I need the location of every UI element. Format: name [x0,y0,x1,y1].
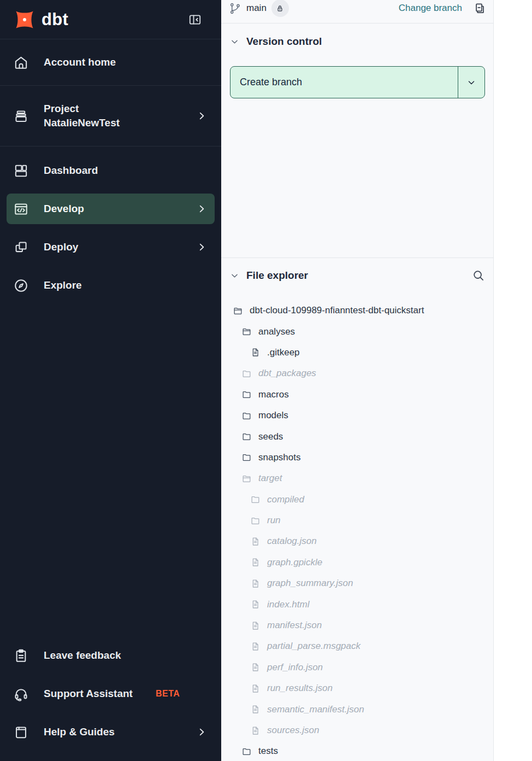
file-icon [250,683,261,694]
sidebar-item-project[interactable]: Project NatalieNewTest [0,86,221,146]
folder-icon [241,411,252,421]
git-branch-icon [229,2,241,15]
sidebar-item-label: Deploy [44,241,78,253]
tree-item-file[interactable]: semantic_manifest.json [230,699,485,719]
tree-item-folder[interactable]: dbt_packages [230,363,485,384]
tree-item-file[interactable]: index.html [230,594,485,614]
tree-item-file[interactable]: .gitkeep [230,342,485,363]
folder-icon [241,746,252,757]
copy-icon[interactable] [472,2,486,15]
tree-item-name: graph_summary.json [267,578,353,589]
sidebar-item-develop[interactable]: Develop [7,194,215,224]
tree-item-name: seeds [258,431,283,442]
dashboard-icon [13,163,29,179]
sidebar-item-label: Support Assistant [44,688,133,700]
chevron-down-icon [466,78,476,87]
tree-item-name: partial_parse.msgpack [267,641,360,652]
chevron-right-icon [196,727,207,737]
sidebar-item-label: Explore [44,279,82,291]
sidebar-footer-nav: Leave feedbackSupport AssistantBETAHelp … [0,636,221,761]
sidebar-item-help-guides[interactable]: Help & Guides [0,713,221,751]
code-window-icon [13,201,29,217]
tree-item-file[interactable]: partial_parse.msgpack [230,636,485,657]
tree-item-folder[interactable]: tests [230,741,485,761]
lock-icon [275,4,285,13]
file-icon [250,599,261,610]
folder-open-icon [241,473,252,484]
tree-item-folder[interactable]: macros [230,384,485,405]
tree-item-file[interactable]: graph.gpickle [230,552,485,573]
tree-item-name: snapshots [258,452,301,463]
folder-icon [250,494,261,505]
file-icon [250,662,261,672]
tree-item-folder[interactable]: models [230,405,485,426]
search-icon[interactable] [472,269,485,282]
compass-icon [13,278,29,294]
folder-icon [241,389,252,400]
create-branch-dropdown[interactable] [458,67,484,98]
sidebar-item-explore[interactable]: Explore [0,266,221,305]
tree-item-name: semantic_manifest.json [267,704,364,715]
change-branch-link[interactable]: Change branch [399,3,462,14]
chevron-down-icon [230,37,239,46]
tree-item-name: dbt-cloud-109989-nfianntest-dbt-quicksta… [250,305,424,316]
file-explorer-section: File explorer dbt-cloud-109989-nfianntes… [221,258,493,761]
create-branch-button[interactable]: Create branch [230,66,485,98]
file-icon [250,347,261,358]
file-icon [250,557,261,567]
archive-icon [13,108,29,124]
sidebar-main-nav: DashboardDevelopDeployExplore [0,147,221,305]
tree-item-name: run [267,515,281,526]
branch-topbar: main Change branch [221,0,493,24]
sidebar-item-support-assistant[interactable]: Support AssistantBETA [0,675,221,713]
tree-item-name: analyses [258,326,295,337]
squares-icon [13,239,29,255]
file-icon [250,641,261,652]
tree-item-file[interactable]: sources.json [230,720,485,741]
sidebar-item-deploy[interactable]: Deploy [0,228,221,266]
tree-item-file[interactable]: perf_info.json [230,657,485,678]
tree-item-folder[interactable]: analyses [230,321,485,342]
chevron-right-icon [196,110,207,121]
tree-item-name: .gitkeep [267,347,300,358]
folder-open-icon [241,326,252,337]
tree-item-name: index.html [267,599,309,610]
project-label: Project [44,102,120,115]
tree-item-folder[interactable]: seeds [230,426,485,447]
sidebar-item-leave-feedback[interactable]: Leave feedback [0,636,221,675]
file-explorer-header[interactable]: File explorer [230,269,485,282]
collapse-sidebar-icon[interactable] [187,13,203,27]
tree-item-folder[interactable]: snapshots [230,447,485,468]
home-icon [13,55,29,71]
create-branch-label[interactable]: Create branch [230,67,458,98]
headset-icon [13,686,29,702]
file-icon [250,536,261,547]
sidebar-item-account-home[interactable]: Account home [0,39,221,85]
sidebar-header: dbt [0,0,221,39]
chevron-right-icon [196,242,207,253]
tree-item-folder[interactable]: run [230,510,485,531]
file-icon [250,620,261,631]
sidebar-item-label: Develop [44,203,84,215]
tree-item-folder[interactable]: target [230,468,485,489]
branch-lock-badge[interactable] [271,0,289,17]
file-tree: dbt-cloud-109989-nfianntest-dbt-quicksta… [230,300,485,761]
chevron-down-icon [230,271,239,280]
editor-area [493,0,532,761]
folder-icon [241,452,252,463]
tree-item-name: perf_info.json [267,662,323,673]
file-icon [250,725,261,736]
tree-item-folder[interactable]: dbt-cloud-109989-nfianntest-dbt-quicksta… [230,300,485,321]
sidebar-item-dashboard[interactable]: Dashboard [0,151,221,190]
tree-item-file[interactable]: run_results.json [230,678,485,699]
tree-item-name: tests [258,746,278,757]
file-icon [250,578,261,589]
tree-item-file[interactable]: graph_summary.json [230,573,485,594]
tree-item-name: run_results.json [267,683,333,694]
tree-item-folder[interactable]: compiled [230,489,485,510]
tree-item-file[interactable]: manifest.json [230,615,485,636]
tree-item-file[interactable]: catalog.json [230,531,485,552]
section-title: File explorer [246,270,308,282]
version-control-header[interactable]: Version control [230,36,485,48]
folder-icon [241,431,252,442]
